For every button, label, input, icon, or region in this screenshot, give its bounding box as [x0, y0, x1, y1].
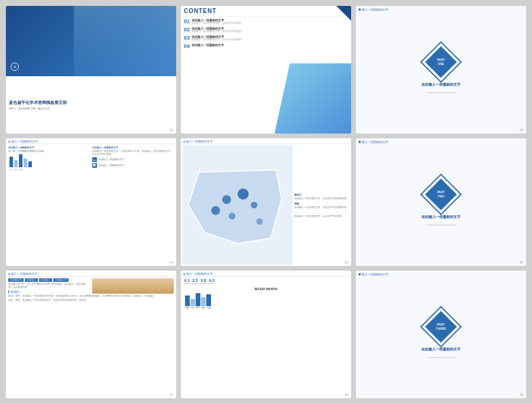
- slide8-recent-label: RECENT MONTHS: [183, 288, 349, 291]
- slide4-body: 在此输入一些题标的文字 在一段一大些刷新平面设计工作者 工作学习生活 在此输入一…: [6, 144, 176, 266]
- slide9-part-text: PART THREE: [436, 323, 446, 330]
- svg-point-2: [251, 202, 257, 208]
- slide3-part-text: PART ONE: [437, 58, 445, 66]
- slide8-months: JAN FEB APR MAY SUM: [183, 293, 349, 309]
- slide1-number: 01: [170, 128, 173, 132]
- slide3-lorem: Lorem ipsum dolor sit amet: [427, 91, 455, 94]
- slide-8: 输入一些题标的文字 4.1 在此输入 2.5 在此输入 3.8 在此输入 4.2…: [181, 271, 351, 398]
- slide7-body: 在此输出平 在此输入 在此输入 在此输入平 在此输入PPT中，三次方平面设计作品…: [6, 277, 176, 398]
- slide5-map: [183, 145, 293, 265]
- slide2-number: 02: [345, 128, 348, 132]
- slide-1: 校 蓝色扁平化学术答辩模板第五部 答辩人：青岛校园网 导师：微信公众号 01: [6, 6, 176, 134]
- slide5-label: 输入一些题标的文字: [181, 138, 351, 144]
- slide7-label: 输入一些题标的文字: [6, 271, 176, 277]
- svg-point-3: [229, 213, 235, 219]
- slide-grid: 校 蓝色扁平化学术答辩模板第五部 答辩人：青岛校园网 导师：微信公众号 01 C…: [6, 6, 526, 403]
- slide2-content-title: CONTENT: [184, 8, 348, 14]
- slide1-subtitle: 答辩人：青岛校园网 导师：微信公众号: [9, 107, 173, 110]
- slide9-diamond: PART THREE: [425, 310, 458, 343]
- slide7-photo: [92, 278, 174, 294]
- slide6-lorem: Lorem ipsum dolor sit amet: [427, 223, 455, 226]
- slide4-label: 输入一些题标的文字: [6, 138, 176, 144]
- slide2-text-4: 在此输入一些题标的文字: [192, 43, 224, 47]
- slide-9: ◆ 输入一些题标的文字 PART THREE 在此输入一些题标的文字 Lorem…: [356, 271, 526, 398]
- slide5-number: 05: [345, 261, 348, 264]
- slide2-corner: [336, 6, 351, 21]
- slide9-lorem: Lorem ipsum dolor sit amet: [427, 356, 455, 359]
- slide-2: CONTENT 01 在此输入一些题标的文字 在此输入一些介绍性的文字，点击文字…: [181, 6, 351, 134]
- slide3-diamond: PART ONE: [425, 46, 458, 78]
- slide-3: ◆ 输入一些题标的文字 PART ONE 在此输入一些题标的文字 Lorem i…: [356, 6, 526, 134]
- slide2-item-4: 04 在此输入一些题标的文字: [184, 43, 348, 49]
- slide1-logo: 校: [11, 63, 19, 71]
- slide3-label: ◆ 输入一些题标的文字: [358, 8, 388, 11]
- slide6-number: 06: [520, 261, 523, 264]
- slide9-number: 09: [520, 393, 523, 396]
- svg-point-5: [257, 218, 263, 225]
- slide1-top: 校: [6, 6, 176, 76]
- slide6-diamond: PART TWO: [425, 178, 458, 210]
- slide7-number: 07: [170, 393, 173, 396]
- slide4-number: 04: [170, 261, 173, 264]
- svg-point-1: [238, 188, 249, 200]
- slide2-item-3: 03 在此输入一些题标的文字 在此输入一些介绍性的文字，点击文字可以更改: [184, 35, 348, 41]
- slide2-num-2: 02: [184, 27, 190, 32]
- slide6-label: ◆ 输入一些题标的文字: [358, 141, 388, 144]
- svg-point-0: [222, 195, 231, 204]
- slide6-part-text: PART TWO: [437, 190, 445, 198]
- slide1-title: 蓝色扁平化学术答辩模板第五部: [9, 100, 173, 106]
- slide2-item-1: 01 在此输入一些题标的文字 在此输入一些介绍性的文字，点击文字可以更改: [184, 18, 348, 24]
- svg-point-4: [211, 206, 220, 215]
- slide2-num-1: 01: [184, 18, 190, 24]
- slide4-chart: [8, 154, 90, 168]
- slide1-bottom: 蓝色扁平化学术答辩模板第五部 答辩人：青岛校园网 导师：微信公众号: [6, 76, 176, 134]
- slide9-label: ◆ 输入一些题标的文字: [358, 273, 388, 276]
- slide-4: 输入一些题标的文字 在此输入一些题标的文字 在一段一大些刷新平面设计工作者 工作…: [6, 138, 176, 266]
- slide-7: 输入一些题标的文字 在此输出平 在此输入 在此输入 在此输入平 在此输入PPT中…: [6, 271, 176, 398]
- slide2-num-3: 03: [184, 35, 190, 41]
- slide1-building-bg: [74, 6, 176, 76]
- slide8-body: 4.1 在此输入 2.5 在此输入 3.8 在此输入 4.2 在此输入 RECE…: [181, 277, 351, 398]
- slide-5: 输入一些题标的文字 黑龙江 在此: [181, 138, 351, 266]
- slide-6: ◆ 输入一些题标的文字 PART TWO 在此输入一些题标的文字 Lorem i…: [356, 138, 526, 266]
- slide8-label: 输入一些题标的文字: [181, 271, 351, 277]
- slide3-number: 03: [520, 128, 523, 132]
- slide2-header: CONTENT: [181, 6, 351, 17]
- slide2-item-2: 02 在此输入一些题标的文字 在此输入一些介绍性的文字，点击文字可以更改: [184, 27, 348, 32]
- slide2-num-4: 04: [184, 43, 190, 49]
- slide5-map-svg: [183, 145, 293, 265]
- slide8-number: 08: [345, 393, 348, 396]
